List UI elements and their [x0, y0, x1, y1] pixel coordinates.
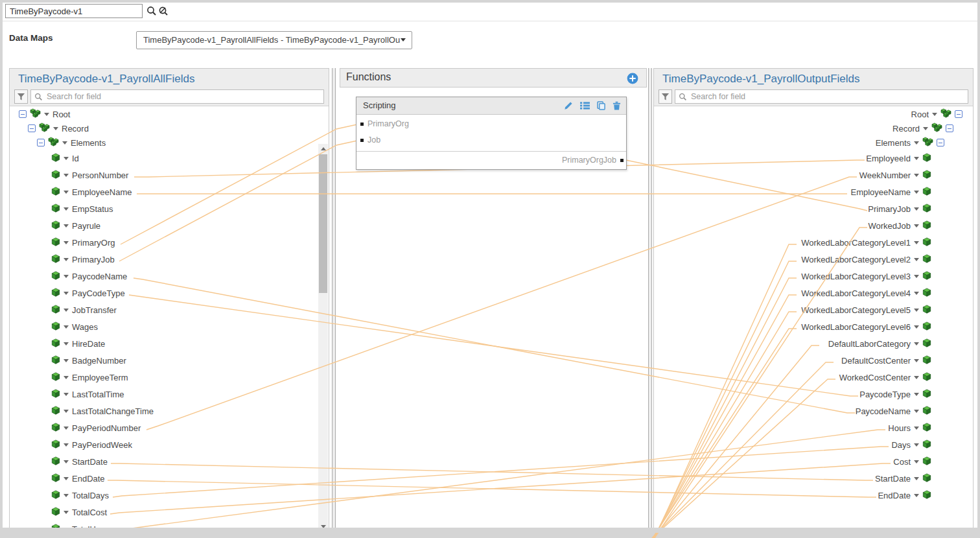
chevron-down-icon[interactable] [914, 292, 919, 295]
target-field-row[interactable]: DefaultLaborCategory [828, 337, 931, 350]
target-field-row[interactable]: WorkedCostCenter [839, 371, 931, 384]
chevron-down-icon[interactable] [64, 393, 69, 396]
chevron-down-icon[interactable] [64, 376, 69, 379]
source-field-row[interactable]: PayPeriodNumber [51, 421, 141, 434]
chevron-down-icon[interactable] [914, 460, 919, 463]
target-field-row[interactable]: Days [891, 438, 931, 451]
chevron-down-icon[interactable] [914, 393, 919, 396]
chevron-down-icon[interactable] [923, 127, 928, 130]
target-field-row[interactable]: Cost [893, 455, 931, 468]
chevron-down-icon[interactable] [914, 241, 919, 244]
add-function-icon[interactable] [627, 73, 638, 84]
chevron-down-icon[interactable] [64, 325, 69, 329]
chevron-down-icon[interactable] [914, 157, 919, 160]
tree-node-record[interactable]: Record [28, 122, 89, 135]
search-off-icon[interactable] [158, 6, 169, 16]
input-connector[interactable] [360, 139, 364, 142]
source-field-row[interactable]: Id [51, 152, 79, 165]
source-field-row[interactable]: JobTransfer [51, 303, 117, 316]
chevron-down-icon[interactable] [914, 174, 919, 177]
source-field-row[interactable]: EmployeeTerm [51, 371, 128, 384]
function-output[interactable]: PrimaryOrgJob [562, 156, 624, 165]
trash-icon[interactable] [612, 101, 621, 113]
search-icon[interactable] [146, 6, 157, 16]
chevron-down-icon[interactable] [64, 494, 69, 497]
target-field-row[interactable]: WorkedLaborCategoryLevel5 [801, 303, 931, 316]
source-field-row[interactable]: LastTotalTime [51, 388, 124, 401]
function-input[interactable]: Job [360, 135, 380, 145]
collapse-icon[interactable] [946, 124, 953, 132]
chevron-down-icon[interactable] [914, 443, 919, 447]
tree-node-root[interactable]: Root [911, 108, 962, 121]
chevron-down-icon[interactable] [44, 113, 49, 116]
chevron-down-icon[interactable] [64, 460, 69, 463]
chevron-down-icon[interactable] [64, 207, 69, 211]
chevron-down-icon[interactable] [64, 241, 69, 244]
source-field-row[interactable]: TotalDays [51, 489, 109, 502]
target-search-input[interactable] [691, 90, 966, 103]
source-field-row[interactable]: EmployeeName [51, 185, 132, 198]
target-field-row[interactable]: StartDate [875, 472, 931, 485]
copy-icon[interactable] [597, 101, 605, 113]
tree-node-elements[interactable]: Elements [876, 136, 944, 149]
chevron-down-icon[interactable] [64, 477, 69, 480]
source-field-row[interactable]: TotalCost [51, 506, 107, 519]
scripting-box-header[interactable]: Scripting [356, 97, 626, 115]
chevron-down-icon[interactable] [914, 342, 919, 345]
target-field-row[interactable]: PaycodeType [859, 388, 931, 401]
chevron-down-icon[interactable] [914, 325, 919, 329]
source-search-input[interactable] [47, 90, 322, 103]
target-field-row[interactable]: WorkedLaborCategoryLevel3 [801, 270, 931, 283]
chevron-down-icon[interactable] [914, 141, 919, 145]
source-scrollbar[interactable] [318, 144, 328, 531]
chevron-down-icon[interactable] [64, 359, 69, 362]
source-field-row[interactable]: PaycodeName [51, 270, 127, 283]
source-field-row[interactable]: EndDate [51, 472, 105, 485]
target-field-row[interactable]: WorkedLaborCategoryLevel4 [801, 287, 931, 299]
chevron-down-icon[interactable] [64, 342, 69, 345]
map-search-input[interactable] [5, 4, 143, 18]
tree-node-root[interactable]: Root [19, 108, 70, 121]
chevron-down-icon[interactable] [914, 376, 919, 379]
source-field-row[interactable]: PersonNumber [51, 169, 128, 181]
collapse-icon[interactable] [28, 124, 36, 132]
target-field-row[interactable]: PaycodeName [856, 404, 931, 417]
chevron-down-icon[interactable] [64, 258, 69, 261]
chevron-down-icon[interactable] [64, 292, 69, 295]
chevron-down-icon[interactable] [914, 477, 919, 480]
chevron-down-icon[interactable] [64, 511, 69, 514]
scroll-up-button[interactable] [318, 144, 328, 153]
chevron-down-icon[interactable] [64, 309, 69, 312]
filter-button[interactable] [14, 89, 28, 104]
source-field-row[interactable]: LastTotalChangeTime [51, 404, 154, 417]
source-field-row[interactable]: PayPeriodWeek [51, 438, 132, 451]
target-field-row[interactable]: EmployeeName [851, 185, 932, 198]
chevron-down-icon[interactable] [53, 127, 58, 130]
chevron-down-icon[interactable] [914, 410, 919, 413]
source-field-row[interactable]: StartDate [51, 455, 108, 468]
chevron-down-icon[interactable] [64, 224, 69, 228]
collapse-icon[interactable] [955, 110, 962, 118]
target-field-row[interactable]: EndDate [878, 489, 931, 502]
source-field-row[interactable]: Wages [51, 320, 98, 333]
collapse-icon[interactable] [937, 139, 944, 146]
target-field-row[interactable]: WeekNumber [859, 169, 931, 181]
chevron-down-icon[interactable] [914, 494, 919, 497]
output-connector[interactable] [620, 159, 624, 162]
chevron-down-icon[interactable] [914, 191, 919, 194]
target-field-row[interactable]: WorkedLaborCategoryLevel2 [801, 253, 931, 266]
source-field-row[interactable]: Payrule [51, 219, 100, 232]
target-field-row[interactable]: WorkedLaborCategoryLevel6 [801, 320, 931, 333]
chevron-down-icon[interactable] [914, 258, 919, 261]
chevron-down-icon[interactable] [914, 207, 919, 211]
chevron-down-icon[interactable] [64, 157, 69, 160]
edit-pencil-icon[interactable] [564, 101, 573, 113]
scrollbar-thumb[interactable] [319, 154, 327, 293]
source-field-row[interactable]: PrimaryOrg [51, 236, 115, 249]
chevron-down-icon[interactable] [64, 427, 69, 430]
chevron-down-icon[interactable] [64, 174, 69, 177]
chevron-down-icon[interactable] [64, 191, 69, 194]
collapse-icon[interactable] [37, 139, 45, 146]
target-field-row[interactable]: PrimaryJob [868, 202, 931, 215]
chevron-down-icon[interactable] [914, 359, 919, 362]
